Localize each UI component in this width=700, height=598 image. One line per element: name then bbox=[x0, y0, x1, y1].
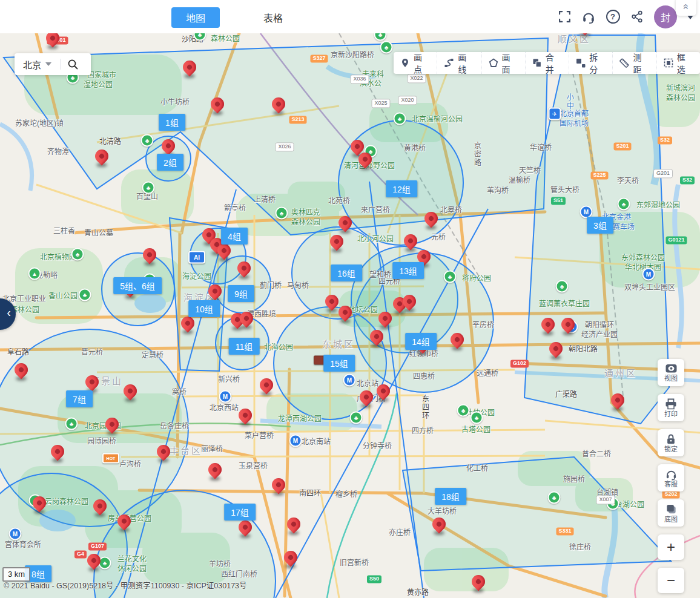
tab-地图[interactable]: 地图 bbox=[171, 7, 220, 28]
side-button-label: 视图 bbox=[664, 375, 678, 382]
city-name: 北京 bbox=[23, 58, 41, 71]
map-application: 地图表格 ? 封 « bbox=[0, 0, 700, 598]
tool-拆分[interactable]: 拆分 bbox=[569, 52, 612, 74]
side-button-打印[interactable]: 打印 bbox=[658, 394, 684, 421]
collapse-header-button[interactable]: « bbox=[676, 0, 696, 16]
basemap-icon bbox=[665, 504, 677, 515]
chevron-left-icon: ‹ bbox=[7, 306, 11, 318]
map-side-controls: 视图打印锁定客服底图+− bbox=[658, 359, 684, 593]
header-icons: ? 封 bbox=[557, 0, 694, 33]
tool-label: 拆分 bbox=[589, 51, 606, 75]
side-button-label: 客服 bbox=[664, 481, 678, 488]
side-button-锁定[interactable]: 锁定 bbox=[658, 429, 684, 456]
side-button-客服[interactable]: 客服 bbox=[658, 464, 684, 491]
group-label-11组[interactable]: 11组 bbox=[229, 338, 260, 355]
group-label-12组[interactable]: 12组 bbox=[386, 180, 417, 197]
tool-画点[interactable]: 画点 bbox=[394, 52, 437, 74]
chevron-down-icon bbox=[45, 62, 51, 66]
tool-label: 画点 bbox=[414, 51, 430, 75]
group-label-17组[interactable]: 17组 bbox=[224, 504, 256, 521]
group-label-18组[interactable]: 18组 bbox=[435, 488, 466, 505]
zoom-out-button[interactable]: − bbox=[658, 568, 684, 593]
group-label-5组、6组[interactable]: 5组、6组 bbox=[113, 277, 162, 294]
copyright-text: © 2021 Baidu - GS(2019)5218号 - 甲测资字11009… bbox=[4, 579, 247, 591]
group-label-10组[interactable]: 10组 bbox=[188, 300, 220, 317]
view-tabs: 地图表格 bbox=[171, 7, 297, 28]
tool-label: 画线 bbox=[458, 51, 474, 75]
view-icon bbox=[665, 363, 678, 374]
share-icon[interactable] bbox=[630, 10, 644, 24]
group-label-13组[interactable]: 13组 bbox=[392, 262, 424, 279]
group-label-3组[interactable]: 3组 bbox=[587, 217, 613, 234]
tool-画线[interactable]: 画线 bbox=[437, 52, 481, 74]
group-label-9组[interactable]: 9组 bbox=[228, 285, 254, 302]
service-icon bbox=[665, 468, 677, 480]
group-label-16组[interactable]: 16组 bbox=[331, 264, 362, 281]
tab-表格[interactable]: 表格 bbox=[249, 7, 297, 28]
group-label-2组[interactable]: 2组 bbox=[157, 154, 183, 171]
group-label-layer: 1组2组3组4组5组、6组7组8组9组10组11组12组13组14组15组16组… bbox=[0, 33, 700, 598]
split-icon bbox=[576, 58, 586, 68]
group-label-14组[interactable]: 14组 bbox=[405, 333, 437, 350]
help-icon[interactable]: ? bbox=[606, 10, 620, 24]
tool-测距[interactable]: 测距 bbox=[612, 52, 656, 74]
tool-框选[interactable]: 框选 bbox=[656, 52, 700, 74]
map-canvas[interactable]: 沙阳路森林公园京新沙阳路桥小牛坊桥苏家坨(地区)镇北清路齐物潭国家城市湿地公园百… bbox=[0, 33, 700, 598]
top-bar: 地图表格 ? 封 « bbox=[0, 0, 700, 33]
tool-合并[interactable]: 合并 bbox=[525, 52, 569, 74]
pin-icon bbox=[400, 58, 410, 68]
side-button-底图[interactable]: 底图 bbox=[658, 499, 684, 527]
tool-label: 画面 bbox=[502, 51, 518, 75]
search-icon[interactable] bbox=[67, 58, 79, 70]
polyline-icon bbox=[444, 58, 454, 68]
fullscreen-icon[interactable] bbox=[557, 10, 572, 24]
polygon-icon bbox=[489, 58, 498, 68]
draw-toolbar: 画点画线画面合并拆分测距框选 bbox=[394, 52, 700, 74]
avatar[interactable]: 封 bbox=[654, 5, 677, 28]
tool-label: 合并 bbox=[546, 51, 562, 75]
side-button-label: 锁定 bbox=[664, 446, 678, 453]
collapse-icon: « bbox=[680, 4, 692, 9]
help-glyph: ? bbox=[606, 10, 620, 24]
side-button-label: 打印 bbox=[664, 411, 678, 418]
tool-label: 框选 bbox=[677, 51, 693, 75]
side-button-视图[interactable]: 视图 bbox=[658, 359, 684, 386]
measure-icon bbox=[619, 58, 629, 68]
tool-label: 测距 bbox=[633, 51, 649, 75]
side-button-label: 底图 bbox=[664, 516, 678, 523]
tool-画面[interactable]: 画面 bbox=[481, 52, 525, 74]
group-label-1组[interactable]: 1组 bbox=[159, 114, 185, 131]
zoom-in-button[interactable]: + bbox=[658, 534, 684, 560]
group-label-7组[interactable]: 7组 bbox=[66, 390, 93, 407]
divider bbox=[60, 59, 61, 70]
city-selector[interactable]: 北京 bbox=[15, 53, 91, 75]
lock-icon bbox=[665, 433, 676, 445]
print-icon bbox=[665, 398, 677, 410]
group-label-15组[interactable]: 15组 bbox=[323, 355, 355, 372]
group-label-4组[interactable]: 4组 bbox=[221, 228, 248, 245]
headset-icon[interactable] bbox=[581, 10, 596, 24]
merge-icon bbox=[532, 58, 542, 68]
box-select-icon bbox=[664, 58, 673, 68]
